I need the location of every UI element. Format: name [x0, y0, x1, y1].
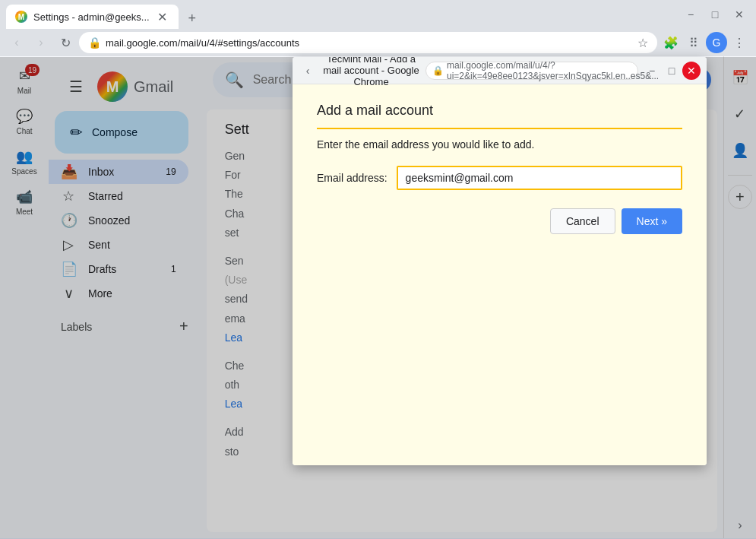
- modal-url-bar[interactable]: 🔒 mail.google.com/mail/u/4/?ui=2&ik=49e8…: [425, 62, 638, 80]
- forward-button[interactable]: ›: [30, 32, 52, 53]
- tab-favicon: M: [15, 11, 27, 23]
- url-text: mail.google.com/mail/u/4/#settings/accou…: [106, 37, 633, 49]
- modal-content: Add a mail account Enter the email addre…: [293, 84, 707, 465]
- tab-bar: M Settings - admin@geeks... ✕ + − □ ✕: [0, 0, 756, 29]
- star-icon[interactable]: ☆: [637, 36, 648, 50]
- next-button[interactable]: Next »: [622, 208, 682, 234]
- extensions-icon[interactable]: 🧩: [660, 32, 682, 53]
- modal-close-button[interactable]: ✕: [682, 62, 701, 80]
- more-options-icon[interactable]: ⋮: [729, 32, 750, 53]
- minimize-button[interactable]: −: [680, 4, 701, 25]
- refresh-button[interactable]: ↻: [55, 32, 76, 53]
- grid-icon[interactable]: ⠿: [683, 32, 704, 53]
- tab-close-icon[interactable]: ✕: [156, 10, 169, 24]
- email-form: Email address:: [317, 166, 682, 190]
- email-label: Email address:: [317, 172, 387, 184]
- modal-titlebar: ‹ TecMint Mail - Add a mail account - Go…: [293, 57, 707, 84]
- modal-subtitle: Enter the email address you would like t…: [317, 138, 682, 151]
- maximize-button[interactable]: □: [704, 4, 726, 25]
- modal-header: Add a mail account: [317, 103, 682, 129]
- new-tab-button[interactable]: +: [182, 8, 203, 29]
- user-profile-icon[interactable]: G: [706, 32, 727, 53]
- browser-chrome: M Settings - admin@geeks... ✕ + − □ ✕ ‹ …: [0, 0, 756, 56]
- browser-toolbar: 🧩 ⠿ G ⋮: [660, 32, 750, 53]
- cancel-button[interactable]: Cancel: [550, 208, 615, 234]
- modal-window-controls: − □ ✕: [643, 62, 701, 80]
- address-bar: ‹ › ↻ 🔒 mail.google.com/mail/u/4/#settin…: [0, 29, 756, 56]
- modal-title: TecMint Mail - Add a mail account - Goog…: [321, 57, 421, 87]
- modal-minimize-button[interactable]: −: [643, 62, 661, 80]
- lock-icon: 🔒: [88, 36, 101, 49]
- modal-maximize-button[interactable]: □: [663, 62, 681, 80]
- tab-title: Settings - admin@geeks...: [33, 11, 150, 23]
- modal-empty-space: [317, 234, 682, 447]
- modal-back-button[interactable]: ‹: [299, 62, 317, 80]
- url-bar[interactable]: 🔒 mail.google.com/mail/u/4/#settings/acc…: [79, 32, 657, 53]
- window-controls: − □ ✕: [674, 0, 756, 29]
- modal-dialog: ‹ TecMint Mail - Add a mail account - Go…: [293, 57, 707, 465]
- modal-lock-icon: 🔒: [432, 65, 444, 76]
- close-button[interactable]: ✕: [729, 4, 750, 25]
- modal-url-text: mail.google.com/mail/u/4/?ui=2&ik=49e8ee…: [447, 60, 659, 81]
- active-tab[interactable]: M Settings - admin@geeks... ✕: [6, 5, 179, 29]
- email-input[interactable]: [397, 166, 682, 190]
- back-button[interactable]: ‹: [6, 32, 27, 53]
- modal-buttons: Cancel Next »: [317, 208, 682, 234]
